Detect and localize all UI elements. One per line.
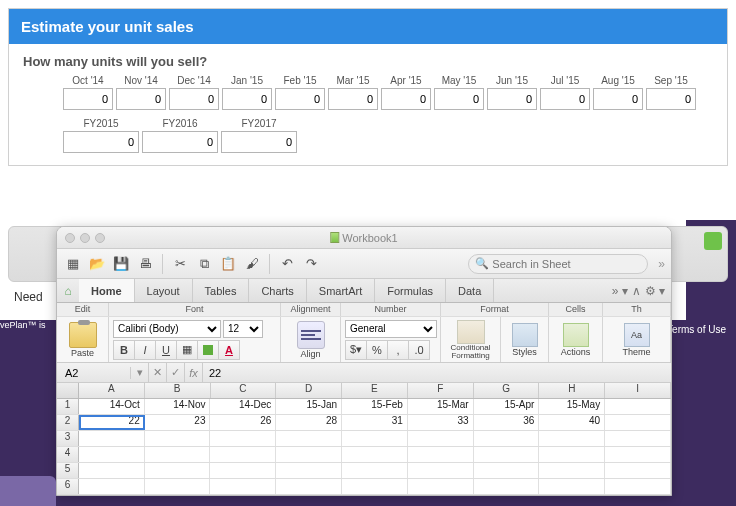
italic-button[interactable]: I — [134, 340, 156, 360]
new-doc-icon[interactable]: ▦ — [63, 254, 83, 274]
cell-reference[interactable]: A2 — [57, 367, 131, 379]
open-icon[interactable]: 📂 — [87, 254, 107, 274]
theme-icon[interactable]: Aa — [624, 323, 650, 347]
font-name-select[interactable]: Calibri (Body) — [113, 320, 221, 338]
col-header[interactable]: G — [474, 383, 540, 398]
row-header[interactable]: 4 — [57, 447, 79, 462]
decimal-button[interactable]: .0 — [408, 340, 430, 360]
month-input[interactable] — [169, 88, 219, 110]
row-header[interactable]: 6 — [57, 479, 79, 494]
col-header[interactable]: A — [79, 383, 145, 398]
fy-input[interactable] — [142, 131, 218, 153]
col-header[interactable]: E — [342, 383, 408, 398]
font-color-button[interactable]: A — [218, 340, 240, 360]
comma-button[interactable]: , — [387, 340, 409, 360]
collapse-icon[interactable]: ∧ — [632, 284, 641, 298]
col-header[interactable]: B — [145, 383, 211, 398]
cell[interactable]: 23 — [145, 415, 211, 430]
conditional-formatting-icon[interactable] — [457, 320, 485, 344]
paste-button-icon[interactable] — [69, 322, 97, 348]
cell[interactable]: 15-Mar — [408, 399, 474, 414]
search-input[interactable] — [492, 258, 632, 270]
font-size-select[interactable]: 12 — [223, 320, 263, 338]
expand-icon[interactable]: » — [658, 257, 665, 271]
undo-icon[interactable]: ↶ — [277, 254, 297, 274]
cell[interactable]: 40 — [539, 415, 605, 430]
border-button[interactable]: ▦ — [176, 340, 198, 360]
currency-button[interactable]: $▾ — [345, 340, 367, 360]
green-button[interactable] — [704, 232, 722, 250]
fill-color-button[interactable] — [197, 340, 219, 360]
copy-icon[interactable]: ⧉ — [194, 254, 214, 274]
cell[interactable] — [605, 415, 671, 430]
month-input[interactable] — [540, 88, 590, 110]
number-format-select[interactable]: General — [345, 320, 437, 338]
close-icon[interactable] — [65, 233, 75, 243]
more-tabs-icon[interactable]: » ▾ — [612, 284, 628, 298]
cell-dropdown-icon[interactable]: ▾ — [131, 363, 149, 382]
cell[interactable]: 28 — [276, 415, 342, 430]
col-header[interactable]: F — [408, 383, 474, 398]
tab-layout[interactable]: Layout — [135, 279, 193, 302]
cell[interactable]: 14-Dec — [210, 399, 276, 414]
fx-icon[interactable]: fx — [185, 363, 203, 382]
cell[interactable]: 14-Oct — [79, 399, 145, 414]
tab-formulas[interactable]: Formulas — [375, 279, 446, 302]
formula-value[interactable]: 22 — [203, 367, 221, 379]
row-header[interactable]: 2 — [57, 415, 79, 430]
save-icon[interactable]: 💾 — [111, 254, 131, 274]
styles-icon[interactable] — [512, 323, 538, 347]
cell[interactable]: 15-Jan — [276, 399, 342, 414]
fy-input[interactable] — [221, 131, 297, 153]
cell[interactable]: 15-Feb — [342, 399, 408, 414]
col-header[interactable]: D — [276, 383, 342, 398]
col-header[interactable]: I — [605, 383, 671, 398]
percent-button[interactable]: % — [366, 340, 388, 360]
cell[interactable]: 36 — [474, 415, 540, 430]
month-input[interactable] — [646, 88, 696, 110]
cell-selected[interactable]: 22 — [79, 415, 145, 430]
cell[interactable]: 15-May — [539, 399, 605, 414]
paste-icon[interactable]: 📋 — [218, 254, 238, 274]
cut-icon[interactable]: ✂ — [170, 254, 190, 274]
tab-home[interactable]: Home — [79, 279, 135, 302]
tab-tables[interactable]: Tables — [193, 279, 250, 302]
tab-data[interactable]: Data — [446, 279, 494, 302]
home-icon[interactable]: ⌂ — [57, 279, 79, 302]
month-input[interactable] — [381, 88, 431, 110]
month-input[interactable] — [116, 88, 166, 110]
cell[interactable]: 26 — [210, 415, 276, 430]
month-input[interactable] — [222, 88, 272, 110]
format-painter-icon[interactable]: 🖌 — [242, 254, 262, 274]
align-icon[interactable] — [297, 321, 325, 349]
actions-icon[interactable] — [563, 323, 589, 347]
footer-terms[interactable]: Terms of Use — [667, 324, 726, 335]
cell[interactable]: 15-Apr — [474, 399, 540, 414]
row-header[interactable]: 3 — [57, 431, 79, 446]
fy-input[interactable] — [63, 131, 139, 153]
month-input[interactable] — [328, 88, 378, 110]
search-box[interactable]: 🔍 — [468, 254, 648, 274]
month-input[interactable] — [487, 88, 537, 110]
tab-charts[interactable]: Charts — [249, 279, 306, 302]
tab-smartart[interactable]: SmartArt — [307, 279, 375, 302]
month-input[interactable] — [593, 88, 643, 110]
cell[interactable]: 33 — [408, 415, 474, 430]
cell[interactable]: 31 — [342, 415, 408, 430]
month-input[interactable] — [63, 88, 113, 110]
gear-icon[interactable]: ⚙ ▾ — [645, 284, 665, 298]
cancel-icon[interactable]: ✕ — [149, 363, 167, 382]
col-header[interactable]: H — [539, 383, 605, 398]
cell[interactable]: 14-Nov — [145, 399, 211, 414]
redo-icon[interactable]: ↷ — [301, 254, 321, 274]
row-header[interactable]: 1 — [57, 399, 79, 414]
print-icon[interactable]: 🖶 — [135, 254, 155, 274]
month-input[interactable] — [434, 88, 484, 110]
col-header[interactable]: C — [211, 383, 277, 398]
minimize-icon[interactable] — [80, 233, 90, 243]
row-header[interactable]: 5 — [57, 463, 79, 478]
accept-icon[interactable]: ✓ — [167, 363, 185, 382]
month-input[interactable] — [275, 88, 325, 110]
cell[interactable] — [605, 399, 671, 414]
bold-button[interactable]: B — [113, 340, 135, 360]
